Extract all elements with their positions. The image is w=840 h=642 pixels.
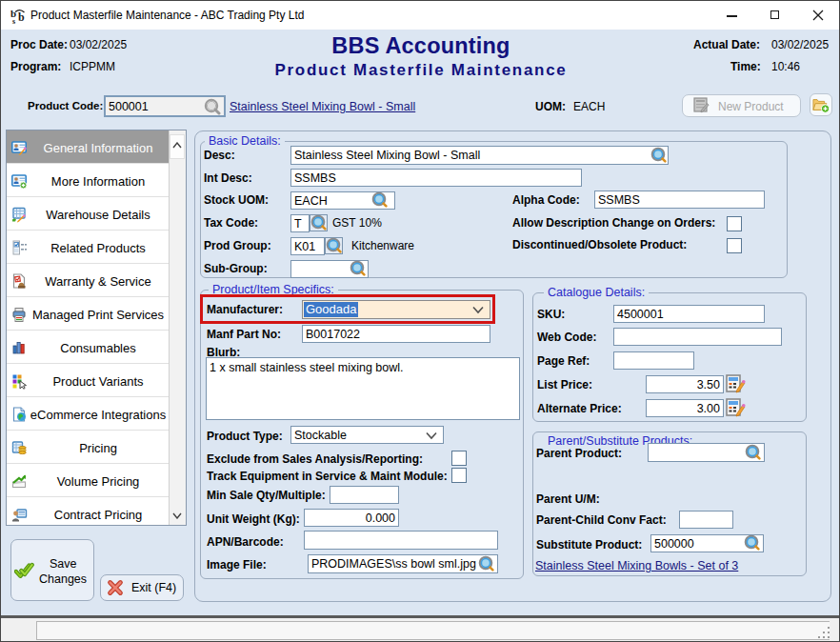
svg-text:s: s [12,17,15,25]
